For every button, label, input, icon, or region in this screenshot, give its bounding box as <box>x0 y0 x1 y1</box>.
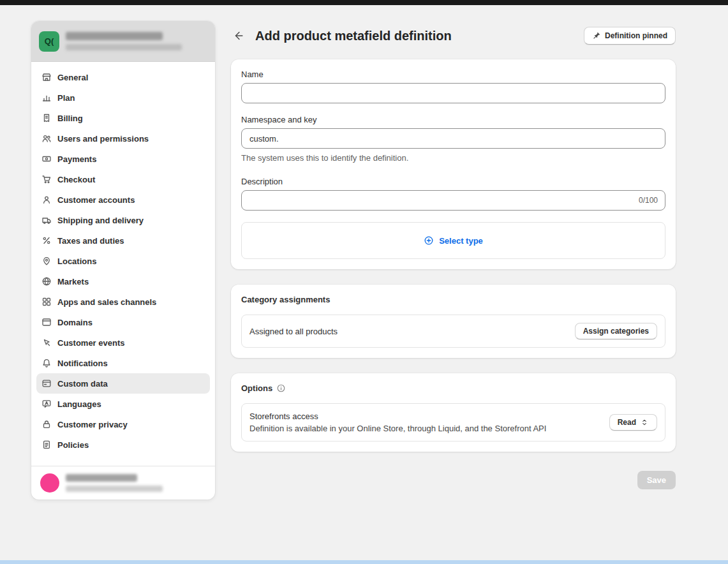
custom-data-icon <box>41 378 52 389</box>
sidebar-item-label: Customer events <box>57 338 124 348</box>
page-header: Add product metafield definition Definit… <box>231 21 676 50</box>
storefronts-access-description: Definition is available in your Online S… <box>249 424 546 433</box>
sidebar-item-label: Plan <box>57 93 75 103</box>
shipping-icon <box>41 215 52 225</box>
storefront-access-value: Read <box>618 418 636 427</box>
privacy-icon <box>41 419 52 429</box>
settings-sidebar: Q( GeneralPlanBillingUsers and permissio… <box>31 21 215 500</box>
sidebar-item-payments[interactable]: Payments <box>36 149 210 169</box>
page-title: Add product metafield definition <box>255 29 452 43</box>
sidebar-item-label: Taxes and duties <box>57 236 124 246</box>
plus-circle-icon <box>424 235 434 246</box>
store-header[interactable]: Q( <box>31 21 215 62</box>
sidebar-item-locations[interactable]: Locations <box>36 251 210 271</box>
sidebar-item-label: Markets <box>57 277 89 286</box>
sidebar-item-customer-events[interactable]: Customer events <box>36 332 210 353</box>
languages-icon <box>41 399 52 409</box>
sidebar-item-label: Domains <box>57 318 93 327</box>
select-type-button[interactable]: Select type <box>241 222 665 259</box>
sidebar-item-customer-accounts[interactable]: Customer accounts <box>36 189 210 210</box>
notifications-icon <box>41 358 52 368</box>
category-assignments-card: Category assignments Assigned to all pro… <box>231 285 676 358</box>
namespace-key-label: Namespace and key <box>241 115 665 124</box>
checkout-icon <box>41 174 52 184</box>
sidebar-item-label: Payments <box>57 154 96 164</box>
save-button[interactable]: Save <box>637 471 676 489</box>
sidebar-item-checkout[interactable]: Checkout <box>36 169 210 189</box>
taxes-icon <box>41 235 52 246</box>
sidebar-item-users-and-permissions[interactable]: Users and permissions <box>36 128 210 149</box>
sidebar-item-label: Checkout <box>57 175 95 184</box>
sidebar-item-taxes-and-duties[interactable]: Taxes and duties <box>36 230 210 251</box>
namespace-help-text: The system uses this to identify the def… <box>241 153 665 163</box>
sidebar-item-label: Customer accounts <box>57 195 135 205</box>
options-heading: Options <box>241 383 272 393</box>
sidebar-item-label: Customer privacy <box>57 420 128 429</box>
sidebar-item-languages[interactable]: Languages <box>36 394 210 414</box>
category-assignment-row: Assigned to all products Assign categori… <box>241 315 665 348</box>
options-card: Options Storefronts access Definition is… <box>231 373 676 452</box>
users-icon <box>41 133 52 144</box>
storefronts-access-title: Storefronts access <box>249 412 546 421</box>
sidebar-item-policies[interactable]: Policies <box>36 434 210 455</box>
sidebar-item-domains[interactable]: Domains <box>36 312 210 332</box>
sidebar-item-label: Locations <box>57 256 96 266</box>
storefront-access-select[interactable]: Read <box>609 414 657 431</box>
definition-pinned-button[interactable]: Definition pinned <box>584 27 676 45</box>
main-content: Add product metafield definition Definit… <box>231 21 676 489</box>
user-avatar <box>40 473 59 493</box>
sidebar-item-label: Custom data <box>57 379 108 389</box>
settings-nav: GeneralPlanBillingUsers and permissionsP… <box>31 62 215 466</box>
store-avatar: Q( <box>39 31 59 52</box>
sidebar-item-shipping-and-delivery[interactable]: Shipping and delivery <box>36 210 210 230</box>
select-type-label: Select type <box>439 236 483 246</box>
save-row: Save <box>231 471 676 489</box>
sidebar-item-label: Users and permissions <box>57 134 149 144</box>
back-arrow-icon <box>233 30 244 41</box>
sidebar-item-customer-privacy[interactable]: Customer privacy <box>36 414 210 434</box>
sidebar-item-label: Policies <box>57 440 89 450</box>
sidebar-item-custom-data[interactable]: Custom data <box>36 373 210 394</box>
sidebar-item-label: Notifications <box>57 359 108 368</box>
assign-categories-button[interactable]: Assign categories <box>575 323 657 339</box>
sidebar-item-label: General <box>57 73 88 82</box>
description-label: Description <box>241 177 665 186</box>
namespace-key-input[interactable] <box>241 128 665 149</box>
plan-icon <box>41 93 52 103</box>
user-name-redacted <box>66 474 137 482</box>
storefronts-access-row: Storefronts access Definition is availab… <box>241 403 665 442</box>
assign-categories-label: Assign categories <box>583 327 649 336</box>
bottom-blue-bar <box>0 560 728 564</box>
description-input[interactable] <box>241 190 665 211</box>
policies-icon <box>41 440 52 450</box>
sidebar-item-plan[interactable]: Plan <box>36 87 210 108</box>
sidebar-item-billing[interactable]: Billing <box>36 108 210 128</box>
sidebar-item-general[interactable]: General <box>36 67 210 87</box>
chevron-updown-icon <box>640 418 649 427</box>
sidebar-item-markets[interactable]: Markets <box>36 271 210 292</box>
store-name-redacted <box>66 32 163 40</box>
locations-icon <box>41 256 52 266</box>
pin-icon <box>592 31 601 40</box>
billing-icon <box>41 113 52 123</box>
markets-icon <box>41 276 52 286</box>
category-assignments-heading: Category assignments <box>241 295 330 304</box>
customer-events-icon <box>41 338 52 348</box>
customer-accounts-icon <box>41 195 52 205</box>
definition-form-card: Name Namespace and key The system uses t… <box>231 59 676 269</box>
back-button[interactable] <box>231 28 246 43</box>
store-domain-redacted <box>66 44 182 50</box>
sidebar-item-label: Languages <box>57 399 101 409</box>
sidebar-item-label: Apps and sales channels <box>57 297 156 307</box>
user-account-row[interactable] <box>31 466 215 500</box>
info-icon[interactable] <box>276 383 286 393</box>
name-input[interactable] <box>241 83 665 103</box>
sidebar-item-label: Shipping and delivery <box>57 216 144 225</box>
sidebar-item-notifications[interactable]: Notifications <box>36 353 210 373</box>
sidebar-item-apps-and-sales-channels[interactable]: Apps and sales channels <box>36 292 210 312</box>
definition-pinned-label: Definition pinned <box>605 31 667 40</box>
domains-icon <box>41 317 52 327</box>
sidebar-item-label: Billing <box>57 114 83 123</box>
top-black-bar <box>0 0 728 5</box>
apps-icon <box>41 297 52 307</box>
